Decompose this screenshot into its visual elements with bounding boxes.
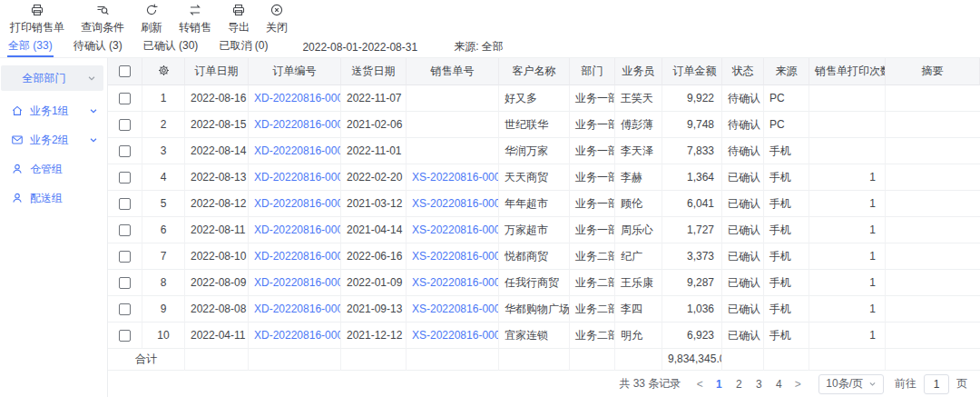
order-no-link[interactable]: XD-20220816-000018 xyxy=(254,92,341,104)
refresh-button[interactable]: 刷新 xyxy=(132,3,171,34)
col-header-source[interactable]: 来源 xyxy=(764,58,809,85)
cell-sales-no: XS-20220816-000012 xyxy=(407,243,499,270)
order-no-link[interactable]: XD-20220816-000012 xyxy=(254,250,341,263)
chevron-down-icon[interactable] xyxy=(89,135,98,144)
row-number: 1 xyxy=(142,85,185,112)
page-number-3[interactable]: 3 xyxy=(750,378,768,391)
row-select-cell[interactable] xyxy=(108,112,142,138)
cell-amount: 9,748 xyxy=(662,112,722,138)
cell-customer: 华润万家 xyxy=(499,138,570,164)
close-button[interactable]: 关闭 xyxy=(258,3,296,34)
cell-order-no: XD-20220816-000017 xyxy=(249,112,341,138)
sidebar-item-business-group-1[interactable]: 业务1组 xyxy=(0,96,107,125)
page-number-4[interactable]: 4 xyxy=(769,378,788,391)
row-select-cell[interactable] xyxy=(108,85,142,112)
cell-print-count: 1 xyxy=(809,243,886,270)
tab-all[interactable]: 全部 (33) xyxy=(7,36,54,57)
source-filter[interactable]: 来源: 全部 xyxy=(454,36,504,57)
sales-no-link[interactable]: XS-20220816-000009 xyxy=(412,329,499,342)
row-number: 9 xyxy=(142,296,185,323)
row-select-cell[interactable] xyxy=(108,138,142,164)
page-number-1[interactable]: 1 xyxy=(710,378,728,391)
tab-cancelled[interactable]: 已取消 (0) xyxy=(218,36,269,57)
row-checkbox[interactable] xyxy=(119,251,131,263)
toolbar: 打印销售单 查询条件 刷新 转销售 导出 关闭 xyxy=(0,0,980,36)
sales-no-link[interactable]: XS-20220816-000015 xyxy=(412,171,499,184)
col-header-department[interactable]: 部门 xyxy=(570,58,615,85)
table-row: 92022-08-08XD-20220816-0000102021-09-13X… xyxy=(108,296,980,323)
order-no-link[interactable]: XD-20220816-000010 xyxy=(254,303,341,315)
order-no-link[interactable]: XD-20220816-000017 xyxy=(254,118,341,131)
cell-print-count: 1 xyxy=(809,296,886,323)
row-checkbox[interactable] xyxy=(119,224,131,236)
col-header-order-date[interactable]: 订单日期 xyxy=(185,58,249,85)
goto-page-input[interactable]: 1 xyxy=(924,374,949,394)
col-header-status[interactable]: 状态 xyxy=(722,58,764,85)
tab-confirmed[interactable]: 已确认 (30) xyxy=(142,36,200,57)
col-header-sales-no[interactable]: 销售单号 xyxy=(407,58,499,85)
row-select-cell[interactable] xyxy=(108,243,142,270)
order-no-link[interactable]: XD-20220816-000015 xyxy=(254,171,341,184)
cell-delivery-date: 2022-01-09 xyxy=(341,270,407,296)
department-select[interactable]: 全部部门 xyxy=(1,65,103,91)
cell-customer: 好又多 xyxy=(499,85,570,112)
row-checkbox[interactable] xyxy=(119,119,131,131)
col-header-summary[interactable]: 摘要 xyxy=(886,58,980,85)
row-checkbox[interactable] xyxy=(119,93,131,104)
row-select-cell[interactable] xyxy=(108,164,142,191)
sales-no-link[interactable]: XS-20220816-000014 xyxy=(412,197,499,210)
row-checkbox[interactable] xyxy=(119,198,131,210)
next-page-icon[interactable]: > xyxy=(789,378,806,391)
row-select-cell[interactable] xyxy=(108,296,142,323)
sidebar-item-business-group-2[interactable]: 业务2组 xyxy=(0,125,107,154)
row-checkbox[interactable] xyxy=(119,303,131,315)
prev-page-icon[interactable]: < xyxy=(691,378,708,391)
cell-delivery-date: 2021-02-06 xyxy=(341,112,407,138)
page-size-select[interactable]: 10条/页 xyxy=(818,374,884,394)
query-conditions-button[interactable]: 查询条件 xyxy=(73,3,132,34)
sidebar-item-delivery-group[interactable]: 配送组 xyxy=(0,184,107,213)
row-checkbox[interactable] xyxy=(119,145,131,157)
chevron-down-icon[interactable] xyxy=(89,106,98,115)
col-header-print-count[interactable]: 销售单打印次数 xyxy=(809,58,886,85)
order-no-link[interactable]: XD-20220816-000009 xyxy=(254,329,341,342)
column-settings-cell[interactable] xyxy=(142,58,185,85)
order-no-link[interactable]: XD-20220816-000013 xyxy=(254,223,341,236)
col-header-amount[interactable]: 订单金额 xyxy=(662,58,722,85)
row-checkbox[interactable] xyxy=(119,277,131,289)
col-header-salesperson[interactable]: 业务员 xyxy=(615,58,662,85)
row-select-cell[interactable] xyxy=(108,191,142,217)
select-all-cell[interactable] xyxy=(108,58,142,85)
transfer-to-sales-button[interactable]: 转销售 xyxy=(171,3,220,34)
cell-order-no: XD-20220816-000011 xyxy=(249,270,341,296)
date-range-filter[interactable]: 2022-08-01-2022-08-31 xyxy=(302,36,417,57)
sales-no-link[interactable]: XS-20220816-000013 xyxy=(412,223,499,236)
export-button[interactable]: 导出 xyxy=(220,3,258,34)
row-select-cell[interactable] xyxy=(108,217,142,243)
sales-no-link[interactable]: XS-20220816-000012 xyxy=(412,250,499,263)
row-select-cell[interactable] xyxy=(108,270,142,296)
select-all-checkbox[interactable] xyxy=(119,65,131,77)
col-header-order-no[interactable]: 订单编号 xyxy=(249,58,341,85)
cell-delivery-date: 2021-04-14 xyxy=(341,217,407,243)
table-row: 32022-08-14XD-20220816-0000162022-11-01华… xyxy=(108,138,980,164)
col-header-customer[interactable]: 客户名称 xyxy=(499,58,570,85)
order-no-link[interactable]: XD-20220816-000014 xyxy=(254,197,341,210)
order-no-link[interactable]: XD-20220816-000016 xyxy=(254,144,341,157)
tab-pending-confirm[interactable]: 待确认 (3) xyxy=(73,36,123,57)
row-checkbox[interactable] xyxy=(119,172,131,184)
col-header-delivery-date[interactable]: 送货日期 xyxy=(341,58,407,85)
row-checkbox[interactable] xyxy=(119,330,131,342)
sales-no-link[interactable]: XS-20220816-000011 xyxy=(412,276,499,289)
sidebar-item-warehouse-group[interactable]: 仓管组 xyxy=(0,154,107,184)
print-sales-order-button[interactable]: 打印销售单 xyxy=(2,3,73,34)
page-number-2[interactable]: 2 xyxy=(730,378,748,391)
order-no-link[interactable]: XD-20220816-000011 xyxy=(254,276,341,289)
row-select-cell[interactable] xyxy=(108,323,142,349)
table-header: 订单日期 订单编号 送货日期 销售单号 客户名称 部门 业务员 订单金额 状态 … xyxy=(108,58,980,85)
cell-delivery-date: 2021-12-12 xyxy=(341,323,407,349)
user-icon xyxy=(11,192,24,204)
total-amount: 9,834,345.00 xyxy=(662,349,722,371)
sales-no-link[interactable]: XS-20220816-000010 xyxy=(412,303,499,315)
table-row: 102022-04-11XD-20220816-0000092021-12-12… xyxy=(108,323,980,349)
